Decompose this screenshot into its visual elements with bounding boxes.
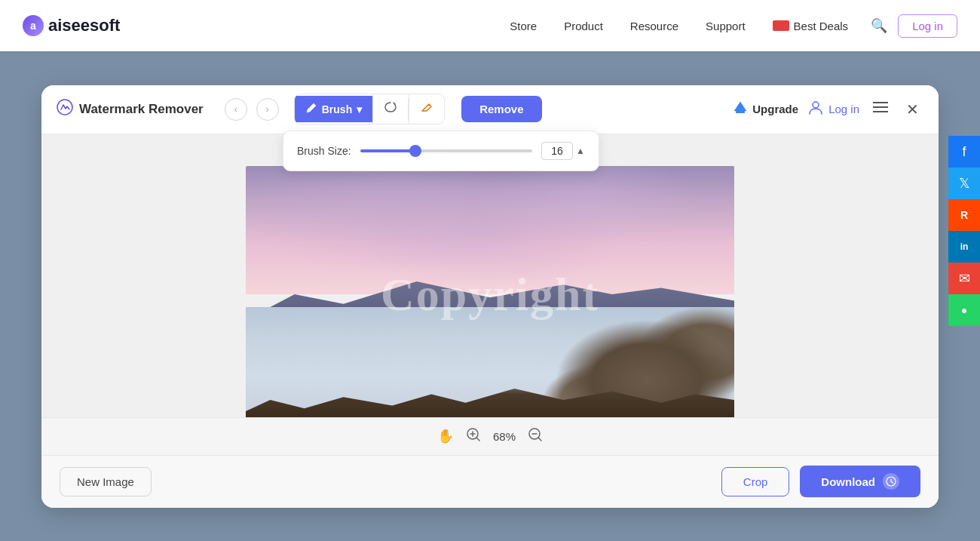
linkedin-icon: in [960, 241, 969, 252]
canvas-area[interactable]: Copyright ✋ 68% [41, 134, 939, 455]
eraser-button[interactable] [409, 94, 444, 124]
search-icon[interactable]: 🔍 [871, 17, 887, 34]
brush-caret-icon: ▾ [357, 103, 362, 115]
brush-size-up-button[interactable]: ▲ [576, 146, 585, 156]
zoom-out-icon[interactable] [528, 427, 543, 446]
brush-size-slider[interactable] [360, 149, 533, 152]
upgrade-label: Upgrade [752, 103, 798, 115]
menu-button[interactable] [868, 98, 893, 120]
clouds-layer [246, 166, 734, 281]
lasso-icon [384, 100, 397, 118]
new-image-button[interactable]: New Image [60, 467, 152, 496]
brush-button[interactable]: Brush ▾ [295, 96, 372, 122]
gmail-button[interactable]: ✉ [948, 263, 980, 294]
zoom-in-icon[interactable] [466, 427, 481, 446]
top-navigation: a aiseesoft Store Product Resource Suppo… [0, 0, 980, 51]
zoom-controls: ✋ 68% [41, 417, 939, 455]
brush-icon [305, 102, 317, 116]
deals-icon [773, 20, 789, 31]
whatsapp-icon: ● [961, 304, 967, 316]
social-sidebar: f 𝕏 R in ✉ ● [948, 136, 980, 326]
download-button[interactable]: Download [800, 466, 920, 497]
best-deals-label: Best Deals [794, 20, 849, 32]
tool-group: Brush ▾ [294, 94, 445, 124]
image-container: Copyright [246, 166, 734, 423]
scenic-image: Copyright [246, 166, 734, 423]
zoom-percent: 68% [493, 430, 516, 443]
facebook-button[interactable]: f [948, 136, 980, 168]
upgrade-icon [733, 100, 748, 118]
app-title: Watermark Remover [57, 99, 204, 119]
eraser-icon [420, 100, 433, 118]
nav-best-deals[interactable]: Best Deals [773, 20, 849, 32]
nav-product[interactable]: Product [564, 20, 603, 32]
nav-login-button[interactable]: Log in [898, 14, 957, 38]
main-content: Watermark Remover ‹ › Brush ▾ [0, 51, 980, 541]
nav-support[interactable]: Support [706, 20, 746, 32]
app-toolbar: Watermark Remover ‹ › Brush ▾ [41, 85, 939, 134]
nav-links: Store Product Resource Support Best Deal… [510, 20, 848, 32]
remove-button[interactable]: Remove [461, 96, 541, 122]
linkedin-button[interactable]: in [948, 231, 980, 263]
brush-size-label: Brush Size: [297, 145, 351, 157]
logo-text: aiseesoft [48, 16, 120, 35]
upgrade-button[interactable]: Upgrade [733, 100, 798, 118]
logo[interactable]: a aiseesoft [23, 15, 120, 36]
toolbar-login-button[interactable]: Log in [807, 99, 859, 119]
app-window: Watermark Remover ‹ › Brush ▾ [41, 85, 939, 508]
svg-rect-1 [736, 111, 745, 113]
nav-resource[interactable]: Resource [630, 20, 678, 32]
gmail-icon: ✉ [959, 270, 970, 287]
crop-button[interactable]: Crop [721, 467, 790, 496]
bottom-bar: New Image Crop Download [41, 455, 939, 508]
back-button[interactable]: ‹ [225, 98, 247, 121]
brush-size-popup: Brush Size: 16 ▲ [283, 131, 599, 171]
close-button[interactable]: ✕ [902, 97, 923, 121]
brush-size-value: 16 [541, 142, 573, 160]
brush-value-box: 16 ▲ [541, 142, 585, 160]
whatsapp-button[interactable]: ● [948, 294, 980, 326]
nav-store[interactable]: Store [510, 20, 537, 32]
user-icon [807, 99, 824, 119]
watermark-remover-icon [57, 99, 73, 119]
hand-tool-icon[interactable]: ✋ [437, 428, 454, 444]
reddit-button[interactable]: R [948, 199, 980, 231]
twitter-button[interactable]: 𝕏 [948, 168, 980, 199]
logo-icon: a [23, 15, 44, 36]
lasso-button[interactable] [372, 94, 408, 124]
twitter-icon: 𝕏 [959, 175, 970, 192]
download-label: Download [821, 475, 875, 488]
app-title-text: Watermark Remover [79, 102, 204, 117]
forward-button[interactable]: › [256, 98, 279, 121]
toolbar-login-label: Log in [828, 103, 859, 115]
reddit-icon: R [960, 209, 968, 221]
download-clock-icon [883, 473, 899, 490]
brush-label: Brush [322, 103, 352, 115]
svg-point-2 [813, 102, 819, 108]
facebook-icon: f [962, 144, 966, 160]
